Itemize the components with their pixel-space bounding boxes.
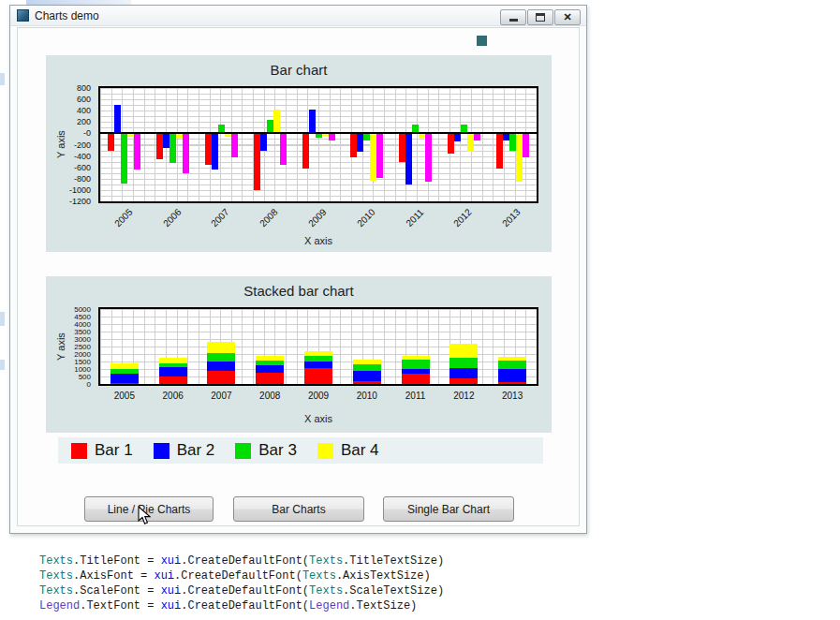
bar-segment: [231, 133, 238, 156]
stacked-bar-segment: [207, 362, 235, 371]
y-tick-label: 200: [77, 117, 91, 126]
x-axis-label: X axis: [100, 413, 537, 424]
stacked-bar-segment: [159, 363, 187, 368]
stacked-bar-segment: [159, 367, 187, 376]
bar-segment: [205, 133, 212, 165]
x-tick-label: 2008: [258, 207, 280, 229]
x-tick-label: 2011: [405, 391, 426, 401]
bar-segment: [156, 133, 163, 159]
zero-axis-line: [100, 132, 537, 134]
legend-label: Bar 2: [177, 441, 215, 460]
artifact-square: [477, 36, 487, 46]
stacked-bar-segment: [402, 369, 430, 374]
bar-segment: [121, 133, 127, 183]
y-tick-label: 800: [77, 83, 91, 93]
bar-segment: [309, 110, 316, 133]
bar-charts-button[interactable]: Bar Charts: [233, 496, 364, 522]
stacked-bar-segment: [304, 362, 332, 368]
x-tick-label: 2006: [161, 207, 184, 229]
bar-segment: [363, 133, 370, 140]
x-tick-label: 2007: [211, 391, 231, 401]
stacked-bar-segment: [402, 356, 430, 360]
legend-label: Bar 1: [95, 441, 133, 460]
background-artifact: [0, 73, 5, 85]
x-tick-label: 2012: [451, 207, 474, 229]
app-window: Charts demo ✕ Bar chart Y axis 800600400…: [9, 5, 587, 534]
code-line: Legend.TextFont = xui.CreateDefaultFont(…: [39, 598, 444, 613]
bar-segment: [509, 133, 516, 150]
code-line: Texts.ScaleFont = xui.CreateDefaultFont(…: [39, 583, 444, 598]
legend-swatch-bar4: [317, 443, 333, 459]
y-tick-label: -1200: [69, 197, 91, 206]
stacked-bar-segment: [402, 360, 430, 369]
stacked-bar-segment: [498, 361, 526, 368]
stacked-bar-segment: [353, 381, 381, 384]
x-tick-label: 2009: [308, 391, 329, 401]
bar-segment: [280, 133, 287, 165]
single-bar-chart-button[interactable]: Single Bar Chart: [383, 496, 514, 522]
legend-item: Bar 4: [317, 441, 379, 460]
y-tick-label: -200: [74, 140, 91, 150]
stacked-bar-chart: Stacked bar chart Y axis 500045004000350…: [46, 276, 552, 433]
plot-area: [98, 307, 538, 386]
bar-segment: [267, 120, 273, 133]
stacked-bar-segment: [256, 373, 284, 384]
chart-title: Stacked bar chart: [46, 283, 552, 299]
bar-segment: [503, 133, 509, 140]
app-icon: [17, 9, 29, 22]
x-tick-label: 2013: [500, 207, 523, 229]
y-axis-ticks: 800600400200-0-200-400-600-800-1000-1200: [46, 88, 95, 201]
stacked-bar-segment: [304, 368, 332, 384]
bar-segment: [425, 133, 432, 182]
stacked-bar-segment: [304, 351, 332, 357]
legend-swatch-bar2: [154, 443, 169, 459]
stacked-bar-segment: [498, 382, 526, 384]
x-axis-label: X axis: [100, 235, 537, 246]
close-button[interactable]: ✕: [554, 9, 581, 25]
x-tick-label: 2009: [306, 207, 329, 229]
legend-item: Bar 3: [235, 441, 297, 460]
legend-item: Bar 1: [71, 441, 133, 460]
line-pie-charts-button[interactable]: Line / Pie Charts: [84, 496, 214, 522]
bar-segment: [212, 133, 218, 170]
bar-segment: [169, 133, 176, 162]
x-tick-label: 2005: [114, 391, 135, 401]
stacked-bar-segment: [449, 378, 478, 384]
stacked-bar-segment: [256, 365, 284, 373]
bar-chart: Bar chart Y axis 800600400200-0-200-400-…: [46, 55, 552, 252]
bar-segment: [448, 133, 454, 154]
y-tick-label: -1000: [69, 185, 91, 195]
maximize-button[interactable]: [527, 9, 553, 25]
x-tick-label: 2013: [502, 391, 523, 401]
minimize-button[interactable]: [500, 9, 526, 25]
bar-segment: [350, 133, 357, 156]
y-tick-label: -800: [74, 174, 91, 184]
stacked-bar-segment: [498, 357, 526, 361]
stacked-bar-segment: [256, 361, 284, 365]
y-tick-label: 0: [87, 380, 91, 389]
stacked-bar-segment: [111, 369, 139, 373]
bar-segment: [405, 133, 412, 184]
legend-label: Bar 4: [341, 441, 379, 460]
bar-segment: [516, 133, 523, 182]
stacked-bar-segment: [402, 374, 430, 384]
bar-segment: [329, 133, 335, 140]
x-axis-ticks: 200520062007200820092010201120122013: [100, 205, 537, 237]
bar-segment: [134, 133, 140, 170]
window-title: Charts demo: [35, 9, 99, 22]
stacked-bar-segment: [353, 360, 381, 363]
window-controls: ✕: [500, 9, 581, 25]
bar-segment: [467, 133, 474, 151]
stacked-bar-segment: [159, 358, 187, 363]
bar-segment: [183, 133, 189, 172]
x-tick-label: 2006: [163, 391, 184, 401]
x-tick-label: 2010: [357, 391, 377, 401]
bar-segment: [108, 133, 114, 150]
legend-item: Bar 2: [154, 441, 215, 460]
code-snippet: Texts.TitleFont = xui.CreateDefaultFont(…: [39, 554, 444, 613]
x-tick-label: 2010: [355, 207, 377, 229]
stacked-bar-segment: [207, 353, 235, 362]
bar-segment: [376, 133, 383, 177]
bar-segment: [273, 110, 280, 133]
chart-title: Bar chart: [46, 62, 552, 78]
